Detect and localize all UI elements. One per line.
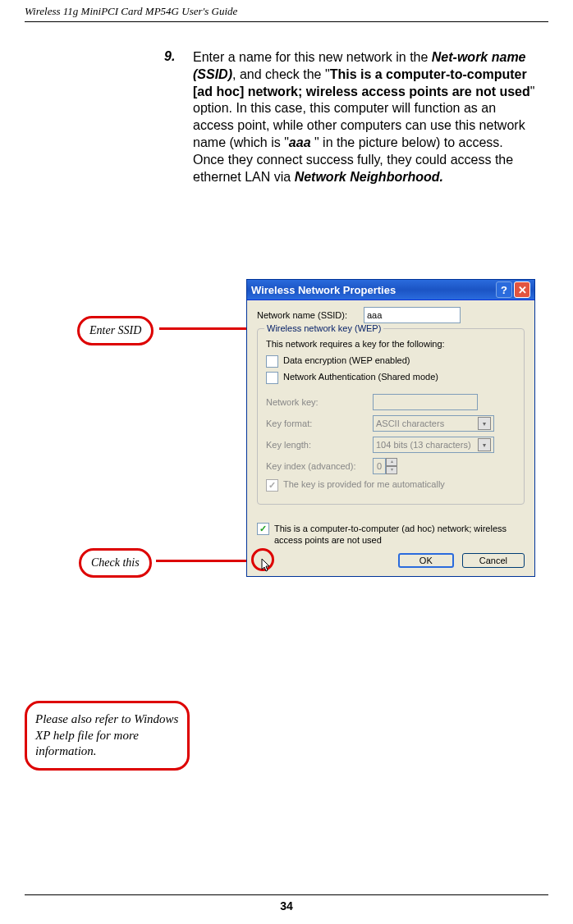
header-title: Wireless 11g MiniPCI Card MP54G User's G… <box>25 5 237 18</box>
instruction-text: Enter a name for this new network in the… <box>193 50 534 184</box>
keylength-label: Key length: <box>266 440 373 450</box>
ok-button[interactable]: OK <box>398 553 454 568</box>
callout-line-check <box>156 560 256 562</box>
callout-check-this: Check this <box>79 548 152 578</box>
ssid-label: Network name (SSID): <box>257 310 364 320</box>
instr-aaa: aaa <box>289 135 314 149</box>
keylength-select: 104 bits (13 characters) ▾ <box>373 437 494 453</box>
page-number: 34 <box>0 899 573 913</box>
chevron-down-icon: ▾ <box>478 438 491 451</box>
net-auth-checkbox[interactable] <box>266 372 278 384</box>
wireless-properties-dialog: Wireless Network Properties ? ✕ Network … <box>246 279 535 577</box>
wep-legend: Wireless network key (WEP) <box>264 323 383 333</box>
adhoc-label: This is a computer-to-computer (ad hoc) … <box>274 523 525 547</box>
keyformat-select: ASCII characters ▾ <box>373 415 494 432</box>
footer-rule <box>25 894 548 895</box>
instruction-block: 9. Enter a name for this new network in … <box>193 49 538 185</box>
callout-enter-ssid: Enter SSID <box>77 316 154 345</box>
dialog-titlebar: Wireless Network Properties ? ✕ <box>247 280 534 300</box>
spinner-up-icon: ▴ <box>386 458 397 466</box>
step-number: 9. <box>164 49 175 64</box>
auto-key-checkbox <box>266 479 278 492</box>
wep-group: Wireless network key (WEP) This network … <box>257 328 525 505</box>
spinner-down-icon: ▾ <box>386 466 397 474</box>
keyindex-spinner: 0 ▴ ▾ <box>373 458 397 474</box>
instr-part1: Enter a name for this new network in the <box>193 50 432 64</box>
header-rule <box>25 21 548 22</box>
adhoc-checkbox[interactable] <box>257 523 269 535</box>
data-encryption-label: Data encryption (WEP enabled) <box>283 355 410 365</box>
wep-desc: This network requires a key for the foll… <box>266 339 516 349</box>
ssid-input[interactable] <box>364 307 461 323</box>
keylength-value: 104 bits (13 characters) <box>376 440 471 450</box>
cancel-button[interactable]: Cancel <box>462 553 525 568</box>
instr-part2: , and check the " <box>232 67 330 81</box>
dialog-title: Wireless Network Properties <box>251 284 396 296</box>
keyformat-label: Key format: <box>266 419 373 428</box>
data-encryption-checkbox[interactable] <box>266 355 278 368</box>
chevron-down-icon: ▾ <box>478 417 491 430</box>
netkey-label: Network key: <box>266 397 373 407</box>
net-auth-label: Network Authentication (Shared mode) <box>283 372 438 382</box>
instr-neighborhood: Network Neighborhood. <box>295 170 443 184</box>
cursor-icon <box>261 558 273 575</box>
callout-note: Please also refer to Windows XP help fil… <box>25 701 190 771</box>
help-button[interactable]: ? <box>496 281 512 298</box>
close-button[interactable]: ✕ <box>514 281 530 298</box>
auto-key-label: The key is provided for me automatically <box>283 479 445 489</box>
keyindex-value: 0 <box>373 458 386 474</box>
keyformat-value: ASCII characters <box>376 419 444 428</box>
netkey-input <box>373 394 478 410</box>
keyindex-label: Key index (advanced): <box>266 461 373 471</box>
